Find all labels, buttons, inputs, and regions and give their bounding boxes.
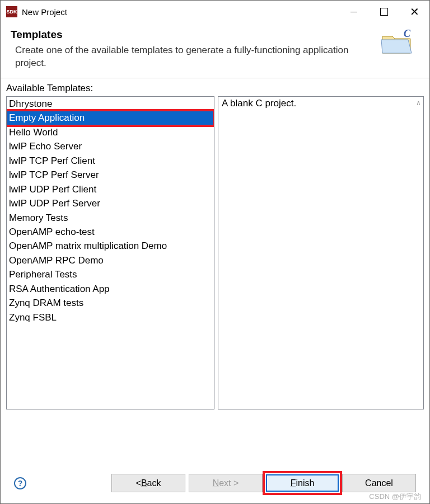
- body: Available Templates: DhrystoneEmpty Appl…: [1, 78, 429, 451]
- folder-c-icon: C: [380, 29, 414, 55]
- window-title: New Project: [22, 7, 339, 17]
- header-title: Templates: [11, 29, 380, 41]
- window-controls: ✕: [339, 1, 429, 22]
- list-item[interactable]: Dhrystone: [7, 97, 214, 111]
- list-item[interactable]: lwIP UDP Perf Server: [7, 196, 214, 210]
- panes: DhrystoneEmpty ApplicationHello WorldlwI…: [6, 96, 424, 451]
- app-icon: SDK: [6, 6, 17, 17]
- svg-text:C: C: [404, 29, 411, 39]
- list-item[interactable]: RSA Authentication App: [7, 282, 214, 296]
- list-item[interactable]: lwIP TCP Perf Server: [7, 168, 214, 182]
- available-templates-label: Available Templates:: [6, 83, 424, 94]
- list-item[interactable]: lwIP UDP Perf Client: [7, 182, 214, 196]
- minimize-button[interactable]: [339, 1, 369, 22]
- finish-button[interactable]: Finish: [266, 474, 339, 492]
- help-icon[interactable]: ?: [14, 477, 26, 489]
- list-item[interactable]: lwIP TCP Perf Client: [7, 154, 214, 168]
- close-button[interactable]: ✕: [399, 1, 429, 22]
- list-item[interactable]: Zynq DRAM tests: [7, 296, 214, 310]
- list-item[interactable]: Memory Tests: [7, 211, 214, 225]
- dialog-window: SDK New Project ✕ Templates Create one o…: [0, 0, 430, 504]
- list-item[interactable]: OpenAMP RPC Demo: [7, 253, 214, 267]
- list-item[interactable]: Empty Application: [7, 111, 214, 125]
- next-button: Next >: [189, 474, 263, 492]
- header-description: Create one of the available templates to…: [11, 44, 380, 70]
- header: Templates Create one of the available te…: [1, 23, 429, 78]
- list-item[interactable]: lwIP Echo Server: [7, 139, 214, 153]
- svg-marker-1: [381, 40, 412, 53]
- back-button[interactable]: < Back: [111, 474, 185, 492]
- list-item[interactable]: Zynq FSBL: [7, 310, 214, 324]
- maximize-button[interactable]: [369, 1, 399, 22]
- titlebar: SDK New Project ✕: [1, 1, 429, 23]
- list-item[interactable]: Peripheral Tests: [7, 267, 214, 281]
- scroll-up-icon[interactable]: ∧: [416, 99, 421, 107]
- template-description-pane: A blank C project. ∧: [218, 96, 424, 409]
- list-item[interactable]: Hello World: [7, 125, 214, 139]
- watermark: CSDN @伊宇韵: [369, 492, 421, 502]
- list-item[interactable]: OpenAMP echo-test: [7, 225, 214, 239]
- cancel-button[interactable]: Cancel: [342, 474, 416, 492]
- templates-listbox[interactable]: DhrystoneEmpty ApplicationHello WorldlwI…: [6, 96, 214, 409]
- template-description-text: A blank C project.: [222, 98, 296, 109]
- list-item[interactable]: OpenAMP matrix multiplication Demo: [7, 239, 214, 253]
- footer: ? < Back Next > Finish Cancel: [1, 451, 429, 503]
